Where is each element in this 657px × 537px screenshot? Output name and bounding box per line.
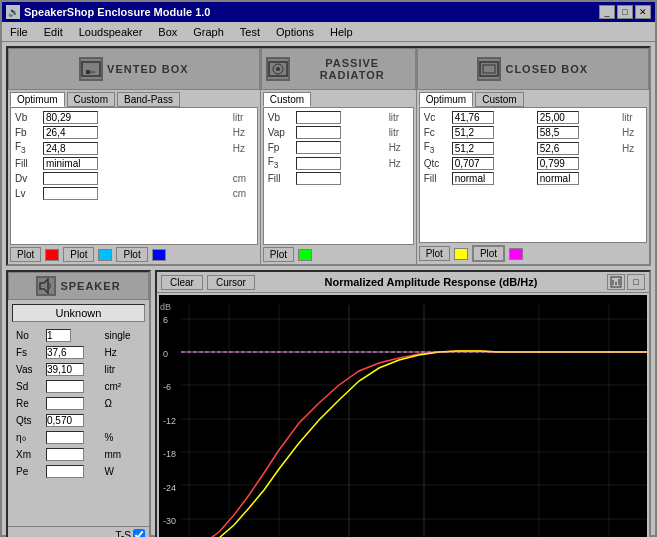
passive-radiator-icon	[266, 57, 290, 81]
speaker-no-input[interactable]	[46, 329, 71, 342]
fill-closed-input[interactable]	[452, 172, 494, 185]
table-row: Vb litr	[13, 110, 255, 125]
graph-icon-btn2[interactable]: □	[627, 274, 645, 290]
fb-input[interactable]	[43, 126, 98, 139]
svg-rect-7	[483, 65, 495, 73]
cb-plot-row: Plot Plot	[417, 243, 649, 264]
xm-input[interactable]	[46, 448, 84, 461]
table-row: F3 Hz	[13, 140, 255, 156]
sd-input[interactable]	[46, 380, 84, 393]
ts-label: T-S	[115, 530, 131, 538]
vented-plot-row: Plot Plot Plot	[8, 245, 260, 264]
menu-options[interactable]: Options	[272, 25, 318, 39]
menu-help[interactable]: Help	[326, 25, 357, 39]
vented-plot-button2[interactable]: Plot	[63, 247, 94, 262]
closed-box-title: CLOSED BOX	[505, 63, 588, 75]
menu-loudspeaker[interactable]: Loudspeaker	[75, 25, 147, 39]
menu-edit[interactable]: Edit	[40, 25, 67, 39]
cursor-button[interactable]: Cursor	[207, 275, 255, 290]
table-row: F3 Hz	[266, 155, 411, 171]
speaker-params-table: No single Fs Hz Vas litr	[12, 326, 145, 481]
ts-checkbox[interactable]	[133, 529, 145, 537]
menu-graph[interactable]: Graph	[189, 25, 228, 39]
table-row: Sd cm²	[14, 379, 143, 394]
cb-params-table: Vc litr Fc Hz F3	[422, 110, 644, 186]
menu-test[interactable]: Test	[236, 25, 264, 39]
pr-vap-input[interactable]	[296, 126, 341, 139]
table-row: Lv cm	[13, 186, 255, 201]
vented-plot-button[interactable]: Plot	[10, 247, 41, 262]
vented-box-section: VENTED BOX Optimum Custom Band-Pass Vb l…	[8, 48, 261, 264]
cb-tab-optimum[interactable]: Optimum	[419, 92, 474, 107]
qts-input[interactable]	[46, 414, 84, 427]
svg-text:-12: -12	[163, 416, 176, 426]
svg-point-5	[276, 67, 280, 71]
clear-button[interactable]: Clear	[161, 275, 203, 290]
closed-box-tabs: Optimum Custom	[417, 90, 649, 107]
qtc-input[interactable]	[452, 157, 494, 170]
app-icon: 🔊	[6, 5, 20, 19]
dv-input[interactable]	[43, 172, 98, 185]
vented-plot-color3	[152, 249, 166, 261]
pr-plot-row: Plot	[261, 245, 416, 264]
minimize-button[interactable]: _	[599, 5, 615, 19]
table-row: Xm mm	[14, 447, 143, 462]
table-row: Qtc	[422, 156, 644, 171]
svg-text:dB: dB	[160, 302, 171, 312]
f3-closed-input[interactable]	[452, 142, 494, 155]
menu-box[interactable]: Box	[154, 25, 181, 39]
table-row: Fc Hz	[422, 125, 644, 140]
vc-input[interactable]	[452, 111, 494, 124]
table-row: Vc litr	[422, 110, 644, 125]
pr-fill-input[interactable]	[296, 172, 341, 185]
vented-plot-button3[interactable]: Plot	[116, 247, 147, 262]
fill-vented-input[interactable]	[43, 157, 98, 170]
lv-input[interactable]	[43, 187, 98, 200]
fs-input[interactable]	[46, 346, 84, 359]
table-row: Vb litr	[266, 110, 411, 125]
vc-custom-input[interactable]	[537, 111, 579, 124]
pe-input[interactable]	[46, 465, 84, 478]
vented-tab-bandpass[interactable]: Band-Pass	[117, 92, 180, 107]
fill-closed-custom-input[interactable]	[537, 172, 579, 185]
vented-box-title: VENTED BOX	[107, 63, 189, 75]
svg-text:-30: -30	[163, 516, 176, 526]
graph-svg: 6 0 -6 -12 -18 -24 -30 -36 dB	[159, 295, 647, 537]
vented-box-tabs: Optimum Custom Band-Pass	[8, 90, 260, 107]
graph-icons: □	[607, 274, 645, 290]
cb-tab-custom[interactable]: Custom	[475, 92, 523, 107]
pr-plot-button[interactable]: Plot	[263, 247, 294, 262]
fc-custom-input[interactable]	[537, 126, 579, 139]
eta0-input[interactable]	[46, 431, 84, 444]
pr-vb-input[interactable]	[296, 111, 341, 124]
cb-plot-button2[interactable]: Plot	[472, 245, 505, 262]
fc-input[interactable]	[452, 126, 494, 139]
vas-input[interactable]	[46, 363, 84, 376]
f3-vented-input[interactable]	[43, 142, 98, 155]
svg-marker-8	[40, 279, 48, 293]
f3-closed-custom-input[interactable]	[537, 142, 579, 155]
cb-plot-button1[interactable]: Plot	[419, 246, 450, 261]
pr-f3-input[interactable]	[296, 157, 341, 170]
closed-box-icon	[477, 57, 501, 81]
pr-fp-input[interactable]	[296, 141, 341, 154]
vented-tab-custom[interactable]: Custom	[67, 92, 115, 107]
table-row: Vas litr	[14, 362, 143, 377]
table-row: Re Ω	[14, 396, 143, 411]
pr-plot-color	[298, 249, 312, 261]
graph-icon-btn1[interactable]	[607, 274, 625, 290]
passive-radiator-header: PASSIVE RADIATOR	[261, 48, 416, 90]
vented-tab-optimum[interactable]: Optimum	[10, 92, 65, 107]
qtc-custom-input[interactable]	[537, 157, 579, 170]
re-input[interactable]	[46, 397, 84, 410]
speaker-panel: SPEAKER Unknown No single Fs Hz	[6, 270, 151, 537]
maximize-button[interactable]: □	[617, 5, 633, 19]
svg-text:-24: -24	[163, 483, 176, 493]
titlebar-left: 🔊 SpeakerShop Enclosure Module 1.0	[6, 5, 210, 19]
pr-tab-custom[interactable]: Custom	[263, 92, 311, 107]
svg-text:0: 0	[163, 349, 168, 359]
close-button[interactable]: ✕	[635, 5, 651, 19]
vented-plot-color	[45, 249, 59, 261]
menu-file[interactable]: File	[6, 25, 32, 39]
vb-input[interactable]	[43, 111, 98, 124]
